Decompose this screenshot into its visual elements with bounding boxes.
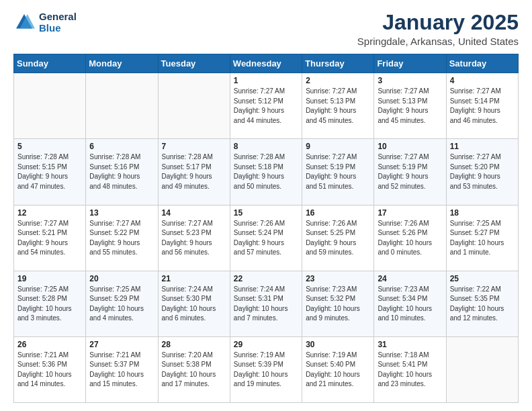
day-info: Sunrise: 7:28 AM Sunset: 5:15 PM Dayligh…: [17, 152, 82, 191]
day-info: Sunrise: 7:25 AM Sunset: 5:29 PM Dayligh…: [89, 285, 154, 324]
calendar-week-row: 12Sunrise: 7:27 AM Sunset: 5:21 PM Dayli…: [14, 205, 519, 271]
day-number: 29: [234, 340, 298, 349]
page: General Blue January 2025 Springdale, Ar…: [0, 0, 532, 411]
calendar-header-saturday: Saturday: [446, 54, 518, 73]
day-info: Sunrise: 7:25 AM Sunset: 5:27 PM Dayligh…: [450, 219, 515, 258]
calendar-cell: 23Sunrise: 7:23 AM Sunset: 5:32 PM Dayli…: [302, 271, 374, 336]
day-number: 21: [162, 274, 226, 283]
day-info: Sunrise: 7:27 AM Sunset: 5:22 PM Dayligh…: [89, 219, 154, 258]
calendar-cell: 11Sunrise: 7:27 AM Sunset: 5:20 PM Dayli…: [446, 139, 518, 205]
calendar-cell: 3Sunrise: 7:27 AM Sunset: 5:13 PM Daylig…: [374, 73, 446, 139]
day-info: Sunrise: 7:18 AM Sunset: 5:41 PM Dayligh…: [378, 351, 442, 390]
day-info: Sunrise: 7:27 AM Sunset: 5:21 PM Dayligh…: [17, 219, 82, 258]
calendar-week-row: 19Sunrise: 7:25 AM Sunset: 5:28 PM Dayli…: [14, 271, 519, 336]
day-info: Sunrise: 7:28 AM Sunset: 5:16 PM Dayligh…: [89, 152, 154, 191]
day-info: Sunrise: 7:26 AM Sunset: 5:26 PM Dayligh…: [378, 219, 442, 258]
calendar-cell: 24Sunrise: 7:23 AM Sunset: 5:34 PM Dayli…: [374, 271, 446, 336]
calendar-cell: 6Sunrise: 7:28 AM Sunset: 5:16 PM Daylig…: [86, 139, 158, 205]
day-number: 20: [89, 274, 154, 283]
day-number: 17: [378, 208, 442, 218]
calendar-header-wednesday: Wednesday: [230, 54, 302, 73]
day-info: Sunrise: 7:19 AM Sunset: 5:39 PM Dayligh…: [234, 351, 298, 390]
day-info: Sunrise: 7:19 AM Sunset: 5:40 PM Dayligh…: [306, 351, 370, 390]
day-info: Sunrise: 7:25 AM Sunset: 5:28 PM Dayligh…: [17, 285, 82, 324]
day-number: 7: [162, 142, 226, 151]
day-info: Sunrise: 7:27 AM Sunset: 5:23 PM Dayligh…: [162, 219, 226, 258]
calendar-cell: 28Sunrise: 7:20 AM Sunset: 5:38 PM Dayli…: [158, 336, 230, 402]
calendar-cell: 8Sunrise: 7:28 AM Sunset: 5:18 PM Daylig…: [230, 139, 302, 205]
calendar-header-monday: Monday: [86, 54, 158, 73]
subtitle: Springdale, Arkansas, United States: [357, 36, 519, 47]
day-info: Sunrise: 7:22 AM Sunset: 5:35 PM Dayligh…: [450, 285, 515, 324]
calendar-cell: 19Sunrise: 7:25 AM Sunset: 5:28 PM Dayli…: [14, 271, 86, 336]
day-number: 26: [17, 340, 82, 349]
day-number: 30: [306, 340, 370, 349]
day-info: Sunrise: 7:27 AM Sunset: 5:14 PM Dayligh…: [450, 87, 515, 126]
calendar-cell: 26Sunrise: 7:21 AM Sunset: 5:36 PM Dayli…: [14, 336, 86, 402]
logo: General Blue: [13, 11, 77, 34]
calendar-cell: 31Sunrise: 7:18 AM Sunset: 5:41 PM Dayli…: [374, 336, 446, 402]
calendar-cell: 1Sunrise: 7:27 AM Sunset: 5:12 PM Daylig…: [230, 73, 302, 139]
calendar-header-row: SundayMondayTuesdayWednesdayThursdayFrid…: [14, 54, 519, 73]
day-info: Sunrise: 7:23 AM Sunset: 5:34 PM Dayligh…: [378, 285, 442, 324]
calendar-cell: 12Sunrise: 7:27 AM Sunset: 5:21 PM Dayli…: [14, 205, 86, 271]
day-number: 3: [378, 76, 442, 85]
day-number: 9: [306, 142, 370, 151]
calendar-cell: 13Sunrise: 7:27 AM Sunset: 5:22 PM Dayli…: [86, 205, 158, 271]
calendar-cell: [86, 73, 158, 139]
day-info: Sunrise: 7:24 AM Sunset: 5:31 PM Dayligh…: [234, 285, 298, 324]
calendar-cell: 29Sunrise: 7:19 AM Sunset: 5:39 PM Dayli…: [230, 336, 302, 402]
calendar-header-sunday: Sunday: [14, 54, 86, 73]
day-number: 14: [162, 208, 226, 218]
calendar-cell: 27Sunrise: 7:21 AM Sunset: 5:37 PM Dayli…: [86, 336, 158, 402]
calendar-cell: 2Sunrise: 7:27 AM Sunset: 5:13 PM Daylig…: [302, 73, 374, 139]
day-number: 28: [162, 340, 226, 349]
calendar-cell: 16Sunrise: 7:26 AM Sunset: 5:25 PM Dayli…: [302, 205, 374, 271]
day-number: 31: [378, 340, 442, 349]
calendar-cell: [446, 336, 518, 402]
day-number: 19: [17, 274, 82, 283]
day-number: 22: [234, 274, 298, 283]
day-number: 11: [450, 142, 515, 151]
day-number: 16: [306, 208, 370, 218]
day-info: Sunrise: 7:26 AM Sunset: 5:24 PM Dayligh…: [234, 219, 298, 258]
day-number: 23: [306, 274, 370, 283]
calendar-week-row: 26Sunrise: 7:21 AM Sunset: 5:36 PM Dayli…: [14, 336, 519, 402]
calendar-cell: 22Sunrise: 7:24 AM Sunset: 5:31 PM Dayli…: [230, 271, 302, 336]
day-info: Sunrise: 7:27 AM Sunset: 5:12 PM Dayligh…: [234, 87, 298, 126]
day-info: Sunrise: 7:21 AM Sunset: 5:37 PM Dayligh…: [89, 351, 154, 390]
calendar-cell: 18Sunrise: 7:25 AM Sunset: 5:27 PM Dayli…: [446, 205, 518, 271]
day-info: Sunrise: 7:20 AM Sunset: 5:38 PM Dayligh…: [162, 351, 226, 390]
logo-text: General Blue: [39, 11, 77, 34]
calendar-table: SundayMondayTuesdayWednesdayThursdayFrid…: [13, 54, 519, 403]
calendar-week-row: 1Sunrise: 7:27 AM Sunset: 5:12 PM Daylig…: [14, 73, 519, 139]
day-info: Sunrise: 7:24 AM Sunset: 5:30 PM Dayligh…: [162, 285, 226, 324]
calendar-header-tuesday: Tuesday: [158, 54, 230, 73]
main-title: January 2025: [357, 11, 519, 34]
day-info: Sunrise: 7:27 AM Sunset: 5:19 PM Dayligh…: [306, 152, 370, 191]
calendar-cell: 21Sunrise: 7:24 AM Sunset: 5:30 PM Dayli…: [158, 271, 230, 336]
day-info: Sunrise: 7:26 AM Sunset: 5:25 PM Dayligh…: [306, 219, 370, 258]
calendar-cell: 25Sunrise: 7:22 AM Sunset: 5:35 PM Dayli…: [446, 271, 518, 336]
day-info: Sunrise: 7:28 AM Sunset: 5:18 PM Dayligh…: [234, 152, 298, 191]
day-number: 25: [450, 274, 515, 283]
calendar-cell: 9Sunrise: 7:27 AM Sunset: 5:19 PM Daylig…: [302, 139, 374, 205]
day-number: 12: [17, 208, 82, 218]
title-block: January 2025 Springdale, Arkansas, Unite…: [357, 11, 519, 47]
day-number: 15: [234, 208, 298, 218]
day-info: Sunrise: 7:27 AM Sunset: 5:13 PM Dayligh…: [378, 87, 442, 126]
day-number: 1: [234, 76, 298, 85]
calendar-cell: 5Sunrise: 7:28 AM Sunset: 5:15 PM Daylig…: [14, 139, 86, 205]
day-number: 6: [89, 142, 154, 151]
day-number: 18: [450, 208, 515, 218]
day-info: Sunrise: 7:28 AM Sunset: 5:17 PM Dayligh…: [162, 152, 226, 191]
calendar-cell: 4Sunrise: 7:27 AM Sunset: 5:14 PM Daylig…: [446, 73, 518, 139]
logo-icon: [13, 11, 35, 33]
day-info: Sunrise: 7:27 AM Sunset: 5:20 PM Dayligh…: [450, 152, 515, 191]
calendar-cell: 7Sunrise: 7:28 AM Sunset: 5:17 PM Daylig…: [158, 139, 230, 205]
day-number: 4: [450, 76, 515, 85]
calendar-header-thursday: Thursday: [302, 54, 374, 73]
calendar-cell: [158, 73, 230, 139]
calendar-cell: 20Sunrise: 7:25 AM Sunset: 5:29 PM Dayli…: [86, 271, 158, 336]
header: General Blue January 2025 Springdale, Ar…: [13, 11, 519, 47]
